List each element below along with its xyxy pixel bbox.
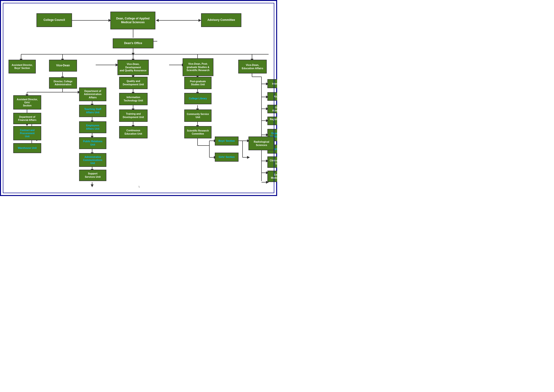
deans-office-box: Dean's Office [113,38,153,48]
dept-admin-affairs-box: Department of Administration Affairs [79,87,106,101]
emergency-medical-box: Emergency Medical Services [267,171,277,182]
community-service-box: Community Service Unit [184,110,212,122]
guidance-academic-box: Guidance Academic Unit [267,105,277,113]
registry-academic-box: Registry Academic Unit [267,117,277,125]
radiological-box: Radiological Sciences [249,137,275,150]
college-library-box: College Library [184,93,212,104]
employees-affairs-box: Employees Affairs Unit [79,121,106,133]
boys-section-box: Boys' Section [215,137,238,146]
girls-section-box: Girls' Section [215,153,238,162]
page-number: ١ [138,185,140,189]
postgrad-studies-box: Post-graduate Studies Unit [184,77,212,89]
vice-dean-box: Vice-Dean [49,60,77,72]
director-college-admin-box: Director, College Administration [49,77,77,89]
org-chart: College Council Dean, College of Applied… [3,3,274,193]
college-council-box: College Council [36,13,72,27]
vice-dean-dev-box: Vice-Dean, Development and Quality Assur… [118,60,149,75]
internship-box: Internship Unit [267,79,277,88]
continuous-edu-box: Continuous Education Unit [119,126,148,138]
support-services-box: Support Services Unit [79,170,106,181]
vice-dean-postgrad-box: Vice-Dean, Post- graduate Studies & Scie… [183,58,213,76]
quality-dev-box: Quality and Development Unit [119,77,148,89]
assistant-director-boys-box: Assistant Director, Boys' Section [8,60,36,73]
public-relations-box: Public Relations Unit [79,137,106,149]
alumni-box: Alumni Unit [267,92,277,101]
admin-communications-box: Administrative Communications Unit [79,153,106,167]
vice-dean-edu-box: Vice-Dean, Education Affairs [238,60,267,73]
scientific-research-box: Scientific Research Committee [184,126,212,138]
training-dev-box: Training and Development Unit [119,110,148,122]
teaching-staff-box: Teaching Staff Affairs Unit [79,105,106,117]
clinical-lab-box: Clinical Laboratory Sciences [267,156,277,168]
info-tech-box: Information Technology Unit [119,93,148,105]
dean-box: Dean, College of Applied Medical Science… [110,12,155,29]
contract-procurement-box: Contract and Procurement Unit [13,126,41,140]
warehouse-box: Warehouse Unit [13,143,41,153]
page: College Council Dean, College of Applied… [0,0,277,196]
assistant-director-girls-box: Assistant Director, Girls' Section [13,95,41,110]
dept-financial-box: Department of Financial Affairs [13,113,41,124]
advisory-committee-box: Advisory Committee [201,13,241,27]
